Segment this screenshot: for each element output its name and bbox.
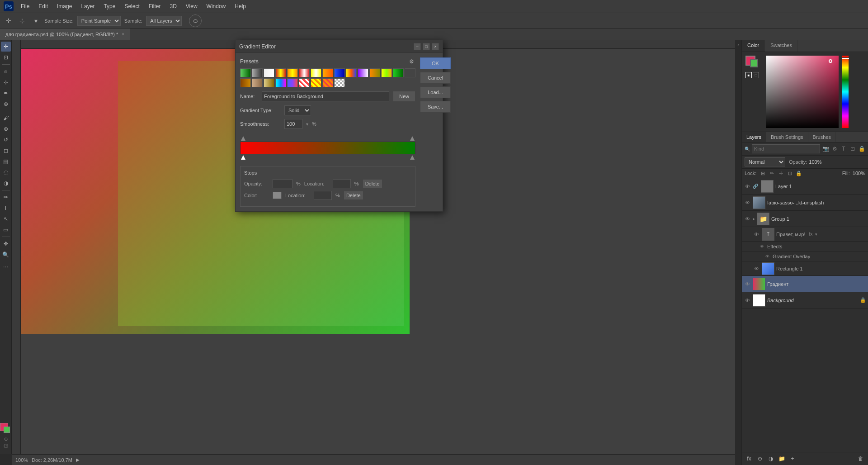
menu-image[interactable]: Image — [53, 2, 75, 10]
layer-item-gradient[interactable]: 👁 Градиент — [742, 276, 868, 292]
eye-icon-gradient-overlay[interactable]: 👁 — [764, 253, 771, 260]
layer-item-gradient-overlay[interactable]: 👁 Gradient Overlay — [742, 251, 868, 261]
filter-vector-icon[interactable]: ⊡ — [849, 145, 856, 152]
history-brush[interactable]: ↺ — [1, 135, 11, 145]
menu-file[interactable]: File — [17, 2, 33, 10]
eye-icon-gradient[interactable]: 👁 — [744, 280, 751, 288]
preset-13[interactable] — [381, 68, 392, 77]
preset-14[interactable] — [393, 68, 404, 77]
preset-10[interactable] — [346, 68, 357, 77]
hand-tool[interactable]: ✥ — [1, 239, 11, 249]
dialog-minimize-btn[interactable]: – — [414, 43, 421, 50]
eye-icon-text[interactable]: 👁 — [753, 231, 760, 238]
path-select[interactable]: ↖ — [1, 214, 11, 224]
menu-select[interactable]: Select — [121, 2, 143, 10]
color-stop-left[interactable] — [241, 155, 245, 160]
load-btn[interactable]: Load... — [420, 86, 451, 98]
panel-toggle[interactable]: ‹ — [736, 42, 740, 48]
opacity-stop-left[interactable] — [241, 136, 245, 141]
move-tool[interactable]: ✛ — [1, 42, 11, 52]
blur-tool[interactable]: ◌ — [1, 167, 11, 177]
gradient-bar[interactable] — [240, 142, 415, 154]
smoothness-dropdown-icon[interactable]: ▾ — [306, 122, 308, 127]
quick-mask[interactable]: ◷ — [4, 442, 8, 449]
preset-22[interactable] — [311, 78, 321, 87]
preset-1[interactable] — [240, 68, 251, 77]
preset-transparent[interactable] — [334, 78, 345, 87]
layer-group-btn[interactable]: 📁 — [777, 454, 786, 463]
eraser-tool[interactable]: ◻ — [1, 146, 11, 156]
layer-item-background[interactable]: 👁 Background 🔒 — [742, 292, 868, 308]
document-tab[interactable]: для градиента.psd @ 100% (Градиент, RGB/… — [0, 28, 130, 40]
expand-arrow-group1[interactable]: ▸ — [753, 216, 755, 221]
eye-icon-background[interactable]: 👁 — [744, 297, 751, 304]
gradient-name-input[interactable] — [262, 91, 389, 101]
brushes-tab[interactable]: Brushes — [808, 132, 836, 142]
lock-position-icon[interactable]: ✛ — [777, 170, 784, 177]
cancel-btn[interactable]: Cancel — [420, 72, 451, 84]
lock-transparent-icon[interactable]: ⊞ — [759, 170, 766, 177]
swatches-tab[interactable]: Swatches — [765, 40, 798, 52]
eye-icon-layer1[interactable]: 👁 — [744, 183, 751, 190]
location-stop-input2[interactable] — [314, 191, 332, 200]
background-color[interactable] — [4, 427, 10, 433]
lock-all-icon[interactable]: 🔒 — [795, 170, 802, 177]
preset-2[interactable] — [252, 68, 263, 77]
delete-stop-btn1[interactable]: Delete — [363, 179, 382, 188]
sample-select[interactable]: All Layers — [146, 16, 182, 26]
expand-arrow[interactable]: ▶ — [76, 457, 80, 462]
menu-filter[interactable]: Filter — [145, 2, 165, 10]
sample-size-select[interactable]: Point Sample — [77, 16, 121, 26]
color-gradient-picker[interactable] — [766, 56, 839, 128]
eye-icon-rect1[interactable]: 👁 — [753, 265, 760, 272]
menu-type[interactable]: Type — [100, 2, 119, 10]
opacity-stop-input[interactable] — [273, 179, 292, 188]
preset-3[interactable] — [264, 68, 274, 77]
hue-slider[interactable] — [842, 56, 849, 128]
preset-21[interactable] — [299, 78, 310, 87]
dialog-title-bar[interactable]: Gradient Editor – □ × — [236, 40, 443, 53]
layer-item-text[interactable]: 👁 T Привет, мир! fx ▾ — [742, 227, 868, 242]
lasso-tool[interactable]: ⌾ — [1, 66, 11, 76]
ok-btn[interactable]: OK — [420, 57, 451, 69]
color-stop-preview[interactable] — [273, 192, 282, 199]
lock-artboard-icon[interactable]: ⊡ — [786, 170, 793, 177]
marquee-tool[interactable]: ⊡ — [1, 52, 11, 62]
layer-adjustment-btn[interactable]: ◑ — [766, 454, 775, 463]
gradient-tool[interactable]: ▤ — [1, 157, 11, 166]
filter-adjust-icon[interactable]: ⚙ — [831, 145, 838, 152]
blend-mode-select[interactable]: Normal — [745, 157, 785, 166]
layer-item-layer1[interactable]: 👁 🔗 Layer 1 — [742, 178, 868, 195]
layer-item-group1[interactable]: 👁 ▸ 📁 Group 1 — [742, 211, 868, 227]
menu-window[interactable]: Window — [203, 2, 230, 10]
preset-5[interactable] — [287, 68, 298, 77]
new-gradient-btn[interactable]: New — [393, 91, 415, 102]
default-colors[interactable]: ⊙ — [4, 437, 8, 441]
save-btn[interactable]: Save... — [420, 101, 451, 113]
menu-edit[interactable]: Edit — [35, 2, 52, 10]
layers-search-input[interactable] — [752, 144, 820, 153]
preset-23[interactable] — [322, 78, 333, 87]
menu-layer[interactable]: Layer — [77, 2, 98, 10]
fg-bg-colors[interactable] — [0, 423, 12, 435]
preset-19[interactable] — [275, 78, 286, 87]
layers-tab[interactable]: Layers — [742, 132, 766, 142]
layer-delete-btn[interactable]: 🗑 — [856, 454, 865, 463]
preset-17[interactable] — [252, 78, 263, 87]
menu-view[interactable]: View — [182, 2, 201, 10]
smoothness-input[interactable] — [284, 119, 302, 129]
pen-tool[interactable]: ✏ — [1, 192, 11, 202]
preset-12[interactable] — [369, 68, 380, 77]
spot-heal-tool[interactable]: ⊛ — [1, 99, 11, 109]
location-stop-input1[interactable] — [333, 179, 351, 188]
tab-close-btn[interactable]: × — [122, 32, 124, 37]
dialog-close-btn[interactable]: × — [432, 43, 439, 50]
fill-icon[interactable]: ■ — [745, 72, 752, 78]
presets-gear-btn[interactable]: ⚙ — [407, 57, 415, 66]
opacity-stop-right[interactable] — [410, 136, 415, 141]
filter-smart-icon[interactable]: 🔒 — [858, 145, 865, 152]
eye-icon-group1[interactable]: 👁 — [744, 215, 751, 223]
eyedropper-tool[interactable]: ✒ — [1, 88, 11, 98]
menu-3d[interactable]: 3D — [166, 2, 180, 10]
layer-item-effects[interactable]: 👁 Effects — [742, 242, 868, 251]
